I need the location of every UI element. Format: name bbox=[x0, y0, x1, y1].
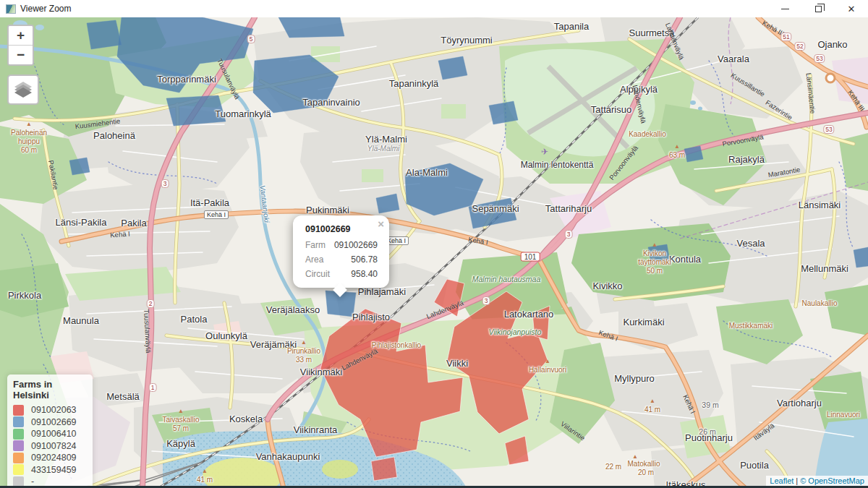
zoom-out-button[interactable]: − bbox=[9, 46, 33, 64]
title-bar: Viewer Zoom ✕ bbox=[0, 0, 868, 17]
layers-icon bbox=[13, 81, 33, 98]
legend-entry: 091007824 bbox=[13, 440, 87, 453]
legend-swatch bbox=[13, 429, 24, 440]
popup-row: Area506.78 bbox=[305, 254, 378, 265]
legend-swatch bbox=[13, 440, 24, 451]
legend-label: 091007824 bbox=[31, 441, 77, 451]
popup-row: Circuit958.40 bbox=[305, 269, 378, 279]
legend-panel: Farms in Helsinki 0910020630910026690910… bbox=[7, 374, 93, 488]
osm-link[interactable]: © OpenStreetMap bbox=[800, 476, 864, 485]
window-title: Viewer Zoom bbox=[20, 4, 71, 14]
legend-label: 091002669 bbox=[31, 417, 77, 427]
close-icon: ✕ bbox=[848, 4, 856, 14]
legend-label: 433159459 bbox=[31, 465, 77, 475]
legend-swatch bbox=[13, 405, 24, 416]
close-button[interactable]: ✕ bbox=[835, 0, 868, 17]
app-icon bbox=[6, 4, 16, 14]
popup-close-icon[interactable]: × bbox=[378, 218, 384, 229]
legend-entries: 0910020630910026690910064100910078240920… bbox=[13, 404, 87, 488]
layers-control[interactable] bbox=[7, 74, 39, 105]
legend-entry: 091002669 bbox=[13, 416, 87, 429]
attribution-bar: Leaflet|© OpenStreetMap bbox=[766, 476, 868, 486]
popup-title: 091002669 bbox=[305, 224, 378, 234]
map-tiles bbox=[0, 17, 868, 488]
legend-swatch bbox=[13, 464, 24, 475]
map-canvas[interactable]: TapanilaTöyrynummiSuurmetsäOjankoVaarala… bbox=[0, 17, 868, 488]
legend-swatch bbox=[13, 416, 24, 427]
legend-entry: 091002063 bbox=[13, 404, 87, 416]
restore-button[interactable] bbox=[801, 0, 835, 17]
minimize-icon bbox=[781, 9, 789, 9]
legend-entry: 433159459 bbox=[13, 464, 87, 476]
popup-attribute-table: Farm091002669Area506.78Circuit958.40 bbox=[305, 240, 378, 279]
legend-entry: 091006410 bbox=[13, 428, 87, 440]
legend-label: 091006410 bbox=[31, 429, 77, 439]
zoom-in-button[interactable]: + bbox=[9, 26, 33, 45]
restore-icon bbox=[815, 6, 822, 12]
popup-row: Farm091002669 bbox=[305, 240, 378, 250]
popup-content: × 091002669 Farm091002669Area506.78Circu… bbox=[293, 215, 389, 288]
window-controls: ✕ bbox=[768, 0, 868, 17]
legend-entry: 092024809 bbox=[13, 452, 87, 464]
feature-popup: × 091002669 Farm091002669Area506.78Circu… bbox=[293, 215, 389, 288]
minimize-button[interactable] bbox=[768, 0, 801, 17]
legend-label: 091002063 bbox=[31, 405, 77, 415]
zoom-control: + − bbox=[7, 25, 34, 66]
legend-swatch bbox=[13, 453, 24, 463]
legend-label: 092024809 bbox=[31, 453, 77, 463]
leaflet-link[interactable]: Leaflet bbox=[770, 476, 793, 485]
attribution-separator: | bbox=[796, 476, 798, 485]
app-window: Viewer Zoom ✕ bbox=[0, 0, 868, 488]
legend-title: Farms in Helsinki bbox=[13, 379, 87, 401]
